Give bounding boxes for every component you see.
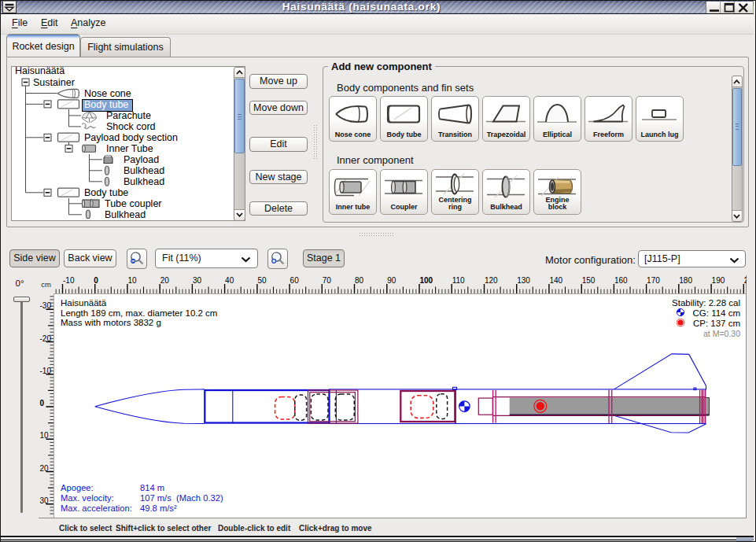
svg-text:20: 20 [160, 276, 170, 285]
svg-text:0: 0 [40, 399, 45, 407]
svg-text:40: 40 [225, 276, 234, 285]
svg-text:160: 160 [614, 276, 628, 285]
svg-text:80: 80 [355, 276, 364, 285]
svg-text:60: 60 [290, 276, 300, 285]
svg-text:20: 20 [40, 464, 50, 473]
svg-text:150: 150 [582, 276, 596, 285]
svg-text:0: 0 [94, 276, 98, 285]
svg-text:70: 70 [323, 276, 332, 285]
svg-text:10: 10 [127, 276, 137, 285]
svg-text:180: 180 [679, 276, 692, 285]
svg-text:110: 110 [452, 276, 465, 285]
svg-text:140: 140 [549, 276, 562, 285]
svg-text:-30: -30 [40, 301, 52, 310]
svg-text:30: 30 [40, 496, 50, 505]
svg-text:130: 130 [517, 276, 530, 285]
svg-text:50: 50 [257, 276, 267, 285]
svg-text:90: 90 [387, 276, 396, 285]
svg-text:170: 170 [647, 276, 660, 285]
svg-text:200: 200 [744, 276, 747, 285]
svg-text:-20: -20 [40, 334, 52, 343]
svg-text:30: 30 [193, 276, 202, 285]
svg-text:190: 190 [712, 276, 725, 285]
svg-text:100: 100 [420, 276, 433, 285]
svg-text:-10: -10 [63, 276, 75, 285]
svg-text:-10: -10 [40, 367, 52, 375]
svg-text:10: 10 [40, 431, 50, 440]
svg-text:120: 120 [485, 276, 498, 285]
